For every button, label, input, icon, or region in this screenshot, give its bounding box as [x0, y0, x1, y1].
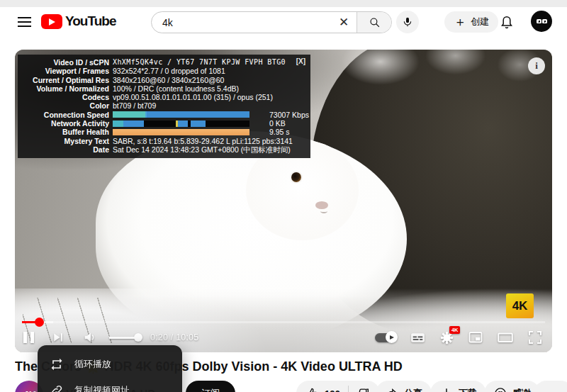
context-menu-item-copy-url[interactable]: 复制视频网址: [38, 377, 182, 392]
more-action-button[interactable]: [534, 381, 567, 392]
stats-row: Codecs vp09.00.51.08.01.01.01.01.00 (315…: [21, 93, 305, 101]
rabbit-mouth: [320, 209, 327, 213]
thanks-button[interactable]: 感谢: [484, 381, 540, 392]
account-avatar[interactable]: [531, 11, 552, 32]
context-menu-label: 循环播放: [74, 358, 111, 371]
youtube-logo[interactable]: YouTube: [41, 13, 116, 29]
volume-button[interactable]: [82, 330, 98, 345]
stats-value: XhXMf5QK4vc / YT67 7N7T KPJW FVPH BTG0: [113, 58, 305, 67]
miniplayer-button[interactable]: [467, 329, 484, 346]
stats-label: Color: [21, 101, 113, 110]
notifications-button[interactable]: [498, 13, 515, 30]
thumb-up-icon[interactable]: [305, 386, 320, 392]
mic-icon: [402, 16, 413, 28]
pause-button[interactable]: [23, 332, 34, 343]
link-icon: [50, 383, 64, 392]
loop-icon: [50, 357, 64, 371]
4k-watermark: 4K: [506, 293, 534, 318]
volume-icon: [82, 330, 98, 345]
next-icon: [51, 330, 65, 345]
share-icon: [385, 386, 399, 392]
subscribe-button[interactable]: 订阅: [186, 381, 235, 392]
stats-for-nerds-panel: [X] Video ID / sCPN XhXMf5QK4vc / YT67 7…: [18, 55, 310, 158]
time-display: 0:20 / 10:05: [150, 332, 198, 342]
quality-badge: 4K: [449, 326, 460, 334]
share-button[interactable]: 分享: [376, 381, 432, 392]
stats-meter-row: Network Activity 0 KB: [21, 119, 305, 128]
stats-label: Network Activity: [21, 119, 113, 128]
stats-value: Sat Dec 14 2024 13:48:23 GMT+0800 (中国标准时…: [113, 145, 305, 154]
stats-value: vp09.00.51.08.01.01.01.01.00 (315) / opu…: [113, 93, 305, 101]
download-button[interactable]: 下载: [430, 381, 486, 392]
stats-row: Mystery Text SABR, s:8 t:19.64 b:5.839-2…: [21, 137, 305, 145]
stats-label: Volume / Normalized: [21, 84, 113, 93]
search-icon: [369, 16, 381, 28]
bell-icon: [498, 13, 515, 30]
stats-row: Viewport / Frames 932x524*2.77 / 0 dropp…: [21, 67, 305, 75]
context-menu-item-loop[interactable]: 循环播放: [38, 351, 182, 377]
youtube-logo-text: YouTube: [65, 13, 116, 29]
thanks-icon: [493, 386, 507, 392]
menu-icon[interactable]: [18, 17, 31, 27]
top-strip: [0, 0, 567, 7]
video-player[interactable]: i 4K [X] Video ID / sCPN XhXMf5QK4vc / Y…: [15, 50, 552, 352]
fullscreen-icon: [527, 329, 544, 346]
thumb-down-icon[interactable]: [357, 386, 371, 392]
theater-mode-button[interactable]: [496, 328, 515, 347]
settings-button[interactable]: 4K: [439, 330, 455, 346]
stats-row: Volume / Normalized 100% / DRC (content …: [21, 84, 305, 93]
stats-row: Color bt709 / bt709: [21, 101, 305, 110]
stats-value: 932x524*2.77 / 0 dropped of 1081: [113, 67, 305, 75]
stats-value: 0 KB: [269, 119, 286, 128]
search-input[interactable]: [152, 17, 331, 28]
thanks-label: 感谢: [512, 387, 531, 392]
search-button[interactable]: [357, 12, 391, 33]
pill-divider: [348, 386, 349, 392]
download-label: 下载: [459, 387, 477, 392]
clear-icon[interactable]: ✕: [331, 15, 357, 30]
stats-close-button[interactable]: [X]: [296, 57, 305, 66]
miniplayer-icon: [467, 329, 484, 346]
right-controls: 4K: [375, 328, 544, 347]
autoplay-knob-icon: [386, 331, 398, 343]
stats-row: Current / Optimal Res 3840x2160@60 / 384…: [21, 76, 305, 84]
like-count[interactable]: 126: [325, 388, 340, 392]
player-context-menu: 循环播放 复制视频网址: [38, 345, 182, 392]
volume-slider[interactable]: [109, 337, 139, 339]
stats-label: Current / Optimal Res: [21, 76, 113, 84]
network-activity-meter: [113, 121, 249, 127]
mic-button[interactable]: [396, 11, 419, 33]
create-button[interactable]: ＋ 创建: [444, 11, 498, 33]
youtube-play-icon: [41, 14, 62, 29]
context-menu-label: 复制视频网址: [74, 384, 130, 392]
stats-label: Mystery Text: [21, 137, 113, 145]
volume-slider-knob[interactable]: [134, 333, 142, 342]
stats-value: bt709 / bt709: [113, 101, 305, 110]
stats-label: Video ID / sCPN: [21, 58, 113, 67]
stats-value: 73007 Kbps: [269, 111, 309, 119]
connection-speed-meter: [113, 111, 249, 118]
plus-icon: ＋: [454, 16, 466, 28]
stats-meter-row: Connection Speed 73007 Kbps: [21, 111, 305, 119]
info-button[interactable]: i: [528, 57, 545, 74]
stats-label: Buffer Health: [21, 128, 113, 136]
stats-value: 3840x2160@60 / 3840x2160@60: [113, 76, 305, 84]
next-button[interactable]: [51, 330, 65, 345]
autoplay-toggle[interactable]: [375, 333, 397, 342]
subtitles-icon: [409, 329, 427, 347]
stats-meter-row: Buffer Health 9.95 s: [21, 128, 305, 136]
stats-label: Connection Speed: [21, 111, 113, 119]
fullscreen-button[interactable]: [527, 329, 544, 346]
theater-icon: [496, 328, 515, 347]
stats-label: Codecs: [21, 93, 113, 101]
like-dislike-group: 126: [296, 381, 380, 392]
search-bar: ✕: [151, 11, 392, 33]
progress-bar[interactable]: [22, 321, 545, 323]
buffer-health-meter: [113, 129, 249, 135]
share-label: 分享: [404, 387, 422, 392]
stats-value: SABR, s:8 t:19.64 b:5.839-29.462 L pLi:1…: [113, 137, 305, 145]
subtitles-button[interactable]: [409, 329, 427, 347]
create-button-label: 创建: [471, 16, 489, 28]
rabbit-nose: [315, 201, 328, 209]
download-icon: [439, 386, 454, 392]
